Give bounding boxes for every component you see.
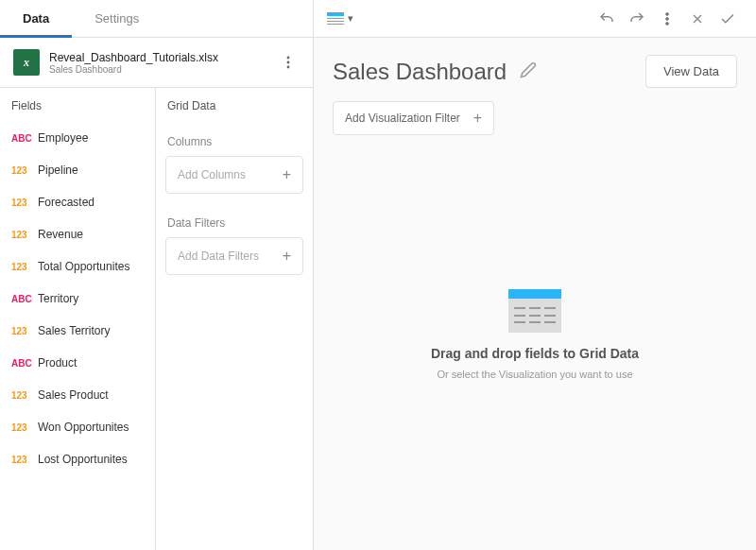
- fields-title: Fields: [0, 88, 155, 122]
- canvas: Sales Dashboard View Data Add Visualizat…: [314, 38, 756, 550]
- fields-container: Fields ABCEmployee123Pipeline123Forecast…: [0, 88, 313, 550]
- number-type-icon: 123: [11, 455, 32, 465]
- close-button[interactable]: [682, 4, 713, 34]
- field-item[interactable]: 123Won Opportunites: [0, 411, 155, 443]
- data-filters-title: Data Filters: [156, 203, 313, 237]
- plus-icon: +: [283, 248, 291, 265]
- columns-title: Columns: [156, 122, 313, 156]
- add-filter-label: Add Visualization Filter: [345, 112, 460, 125]
- top-toolbar: ▾: [314, 0, 756, 38]
- field-label: Employee: [38, 131, 88, 145]
- add-data-filters-dropzone[interactable]: Add Data Filters +: [165, 237, 303, 275]
- svg-point-0: [287, 57, 290, 60]
- drop-area-title: Drag and drop fields to Grid Data: [431, 346, 639, 361]
- dashboard-title: Sales Dashboard: [333, 59, 507, 85]
- tab-data[interactable]: Data: [0, 0, 72, 37]
- number-type-icon: 123: [11, 198, 32, 208]
- confirm-button[interactable]: [713, 4, 743, 34]
- tabs: Data Settings: [0, 0, 313, 38]
- field-item[interactable]: 123Pipeline: [0, 154, 155, 186]
- svg-point-4: [666, 17, 669, 20]
- fields-column: Fields ABCEmployee123Pipeline123Forecast…: [0, 88, 156, 550]
- title-row: Sales Dashboard View Data: [333, 55, 737, 88]
- excel-icon: [13, 49, 40, 76]
- plus-icon: +: [473, 110, 482, 127]
- right-panel: ▾ Sales Dashboard: [314, 0, 756, 550]
- field-label: Won Opportunites: [38, 421, 129, 434]
- field-item[interactable]: 123Total Opportunites: [0, 250, 155, 283]
- visualization-type-picker[interactable]: ▾: [327, 12, 353, 26]
- field-item[interactable]: 123Sales Territory: [0, 315, 155, 347]
- field-item[interactable]: 123Revenue: [0, 218, 155, 250]
- drop-area[interactable]: Drag and drop fields to Grid Data Or sel…: [333, 135, 737, 533]
- redo-button[interactable]: [622, 4, 652, 34]
- grid-placeholder-icon: [508, 289, 561, 333]
- number-type-icon: 123: [11, 326, 32, 336]
- field-label: Lost Opportunites: [38, 453, 128, 466]
- field-item[interactable]: ABCEmployee: [0, 122, 155, 154]
- svg-point-2: [287, 66, 290, 69]
- svg-point-1: [287, 61, 290, 64]
- tab-settings[interactable]: Settings: [72, 0, 162, 37]
- left-panel: Data Settings Reveal_Dashboard_Tutorials…: [0, 0, 314, 550]
- edit-title-button[interactable]: [520, 61, 537, 82]
- field-label: Territory: [38, 292, 78, 305]
- field-item[interactable]: ABCTerritory: [0, 283, 155, 315]
- file-row: Reveal_Dashboard_Tutorials.xlsx Sales Da…: [0, 38, 313, 88]
- field-label: Sales Product: [38, 388, 109, 402]
- number-type-icon: 123: [11, 262, 32, 272]
- field-label: Revenue: [38, 228, 83, 241]
- field-item[interactable]: 123Sales Product: [0, 379, 155, 411]
- view-data-button[interactable]: View Data: [645, 55, 737, 88]
- file-name: Reveal_Dashboard_Tutorials.xlsx: [49, 51, 267, 64]
- field-item[interactable]: 123Forecasted: [0, 186, 155, 218]
- add-columns-placeholder: Add Columns: [178, 168, 246, 181]
- grid-data-column: Grid Data Columns Add Columns + Data Fil…: [156, 88, 313, 550]
- number-type-icon: 123: [11, 390, 32, 401]
- chevron-down-icon: ▾: [348, 12, 353, 25]
- svg-point-3: [666, 12, 669, 15]
- text-type-icon: ABC: [11, 358, 32, 369]
- file-options-button[interactable]: [277, 51, 300, 74]
- undo-button[interactable]: [592, 4, 622, 34]
- field-label: Pipeline: [38, 163, 78, 177]
- field-label: Product: [38, 356, 77, 370]
- number-type-icon: 123: [11, 165, 32, 176]
- text-type-icon: ABC: [11, 294, 32, 304]
- grid-data-title: Grid Data: [156, 88, 313, 122]
- add-columns-dropzone[interactable]: Add Columns +: [165, 156, 303, 194]
- svg-point-5: [666, 22, 669, 25]
- more-options-button[interactable]: [652, 4, 682, 34]
- text-type-icon: ABC: [11, 133, 32, 144]
- field-label: Total Opportunites: [38, 260, 129, 273]
- grid-viz-icon: [327, 12, 344, 26]
- file-info: Reveal_Dashboard_Tutorials.xlsx Sales Da…: [49, 51, 267, 75]
- plus-icon: +: [283, 166, 291, 183]
- number-type-icon: 123: [11, 230, 32, 240]
- file-subtitle: Sales Dashboard: [49, 64, 267, 75]
- field-label: Forecasted: [38, 196, 94, 209]
- field-label: Sales Territory: [38, 324, 110, 337]
- add-visualization-filter-button[interactable]: Add Visualization Filter +: [333, 101, 494, 135]
- add-data-filters-placeholder: Add Data Filters: [178, 249, 259, 263]
- drop-area-subtitle: Or select the Visualization you want to …: [437, 369, 632, 380]
- field-item[interactable]: ABCProduct: [0, 347, 155, 379]
- field-item[interactable]: 123Lost Opportunites: [0, 443, 155, 475]
- number-type-icon: 123: [11, 422, 32, 433]
